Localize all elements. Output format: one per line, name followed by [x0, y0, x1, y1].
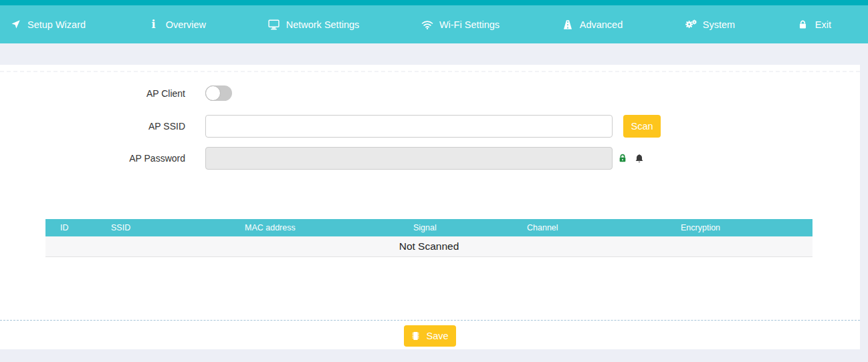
column-header-ssid: SSID — [100, 219, 234, 236]
nav-label: System — [703, 19, 735, 30]
road-icon — [562, 19, 574, 31]
save-button[interactable]: Save — [404, 325, 456, 347]
nav-label: Overview — [166, 19, 206, 30]
nav-item-exit[interactable]: Exit — [797, 19, 831, 31]
microchip-icon — [411, 331, 420, 341]
scan-button[interactable]: Scan — [623, 115, 661, 138]
nav-item-setup-wizard[interactable]: Setup Wizard — [9, 19, 86, 31]
notification-bell-icon[interactable] — [635, 154, 644, 164]
nav-label: Network Settings — [286, 19, 360, 30]
nav-label: Setup Wizard — [27, 19, 86, 30]
toggle-knob — [205, 85, 221, 101]
ap-password-row: AP Password — [0, 147, 860, 170]
ap-client-row: AP Client — [0, 85, 860, 101]
main-navbar: Setup Wizard i Overview Network Settings… — [0, 5, 868, 43]
ap-client-form: AP Client AP SSID Scan AP Password — [0, 65, 860, 170]
password-lock-icon — [619, 154, 627, 163]
ap-client-toggle[interactable] — [205, 85, 232, 101]
lock-icon — [797, 19, 809, 31]
desktop-icon — [268, 19, 280, 31]
page-gap — [0, 43, 868, 65]
info-icon: i — [148, 19, 160, 31]
scan-results-table: ID SSID MAC address Signal Channel Encry… — [45, 219, 812, 257]
save-button-label: Save — [426, 331, 448, 341]
save-row: Save — [0, 325, 860, 347]
cogs-icon — [685, 19, 697, 31]
column-header-mac: MAC address — [234, 219, 403, 236]
nav-label: Advanced — [580, 19, 623, 30]
nav-item-wifi-settings[interactable]: Wi-Fi Settings — [421, 19, 500, 31]
wifi-icon — [421, 19, 433, 31]
location-arrow-icon — [9, 19, 21, 31]
nav-item-system[interactable]: System — [685, 19, 735, 31]
content-panel: AP Client AP SSID Scan AP Password — [0, 65, 860, 349]
ap-ssid-input[interactable] — [205, 115, 613, 138]
dashed-separator — [0, 320, 860, 321]
column-header-id: ID — [45, 219, 100, 236]
column-header-signal: Signal — [403, 219, 516, 236]
top-accent-strip — [0, 0, 868, 5]
ap-client-label: AP Client — [0, 88, 205, 99]
table-row: Not Scanned — [45, 236, 812, 256]
ap-ssid-label: AP SSID — [0, 121, 205, 132]
scan-table-header-row: ID SSID MAC address Signal Channel Encry… — [45, 219, 812, 236]
column-header-encryption: Encryption — [670, 219, 812, 236]
nav-item-network-settings[interactable]: Network Settings — [268, 19, 360, 31]
nav-item-advanced[interactable]: Advanced — [562, 19, 623, 31]
nav-label: Wi-Fi Settings — [439, 19, 500, 30]
ap-password-label: AP Password — [0, 153, 205, 164]
empty-state-text: Not Scanned — [45, 236, 812, 256]
nav-item-overview[interactable]: i Overview — [148, 19, 206, 31]
nav-label: Exit — [815, 19, 831, 30]
ap-ssid-row: AP SSID Scan — [0, 115, 860, 138]
ap-password-input[interactable] — [205, 147, 613, 170]
column-header-channel: Channel — [516, 219, 670, 236]
